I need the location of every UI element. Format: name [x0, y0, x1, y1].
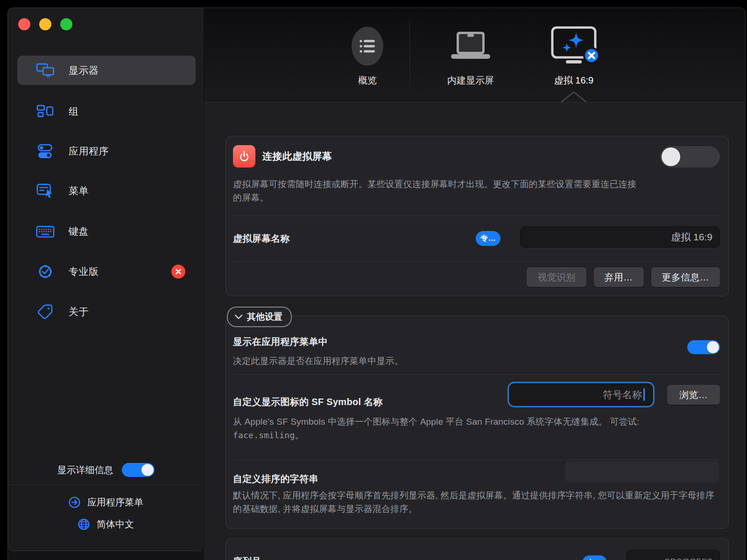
show-in-menu-toggle[interactable]	[687, 340, 720, 354]
close-button[interactable]	[18, 18, 30, 30]
sf-symbol-placeholder: 符号名称	[603, 388, 642, 401]
language-link-label: 简体中文	[97, 518, 134, 531]
other-settings-card: 其他设置 显示在应用程序菜单中 决定此显示器是否在应用程序菜单中显示。 自定义显…	[226, 315, 729, 529]
sf-symbol-description: 从 Apple's SF Symbols 中选择一个图标与整个 Apple 平台…	[233, 415, 679, 442]
sidebar: 显示器 组	[8, 8, 204, 551]
toolbar-item-builtin-display[interactable]: 内建显示屏	[419, 25, 522, 87]
language-link[interactable]: 简体中文	[8, 518, 204, 531]
sidebar-item-label: 应用程序	[69, 145, 109, 158]
sort-string-input[interactable]	[564, 461, 720, 482]
sidebar-item-label: 组	[69, 105, 79, 118]
divider	[233, 374, 721, 375]
show-in-menu-description: 决定此显示器是否在应用程序菜单中显示。	[233, 354, 700, 368]
sidebar-item-groups[interactable]: 组	[17, 97, 196, 126]
sidebar-item-label: 菜单	[69, 184, 89, 197]
divider	[233, 216, 721, 216]
displays-icon	[35, 62, 56, 79]
virtual-name-field[interactable]: 虚拟 16:9	[520, 226, 720, 248]
divider	[233, 261, 721, 262]
globe-icon	[78, 518, 90, 531]
sidebar-item-label: 显示器	[69, 64, 99, 77]
overview-list-icon	[352, 27, 383, 66]
divider	[233, 460, 721, 460]
sort-string-label: 自定义排序的字符串	[233, 473, 318, 485]
virtual-display-sparkles-icon	[549, 26, 599, 66]
details-toggle-row: 显示详细信息	[8, 463, 204, 477]
app-window: 显示器 组	[7, 7, 746, 560]
settings-content: 连接此虚拟屏幕 虚拟屏幕可按需随时连接或断开。某些设置仅连接屏幕时才出现。更改下…	[204, 103, 745, 560]
toolbar-item-label: 内建显示屏	[447, 74, 494, 87]
sidebar-item-menu[interactable]: 菜单	[17, 176, 196, 205]
sf-desc-suffix: 。	[295, 430, 303, 440]
serial-value: 9B3CC582	[664, 556, 712, 560]
visual-identify-button[interactable]: 视觉识别	[527, 267, 586, 287]
sf-symbol-label: 自定义显示图标的 SF Symbol 名称	[233, 396, 383, 408]
sf-desc-text: 从 Apple's SF Symbols 中选择一个图标与整个 Apple 平台…	[233, 417, 639, 427]
toolbar-item-virtual-169[interactable]: 虚拟 16:9	[522, 25, 625, 87]
other-settings-header: 其他设置	[247, 311, 282, 323]
deprecate-button[interactable]: 弃用…	[594, 267, 644, 287]
connect-card-description: 虚拟屏幕可按需随时连接或断开。某些设置仅连接屏幕时才出现。更改下面的某些设置需要…	[233, 177, 639, 204]
laptop-icon	[449, 31, 492, 62]
virtual-name-value: 虚拟 16:9	[671, 231, 712, 244]
sidebar-item-label: 键盘	[69, 225, 89, 238]
pro-feature-badge[interactable]: 专…	[476, 231, 500, 246]
app-toggles-icon	[35, 143, 56, 160]
app-menu-link-label: 应用程序菜单	[87, 496, 143, 509]
sidebar-item-about[interactable]: 关于	[17, 297, 196, 326]
serial-field[interactable]: 9B3CC582	[627, 550, 720, 560]
pro-feature-badge[interactable]: 专…	[582, 555, 607, 560]
app-menu-link[interactable]: 应用程序菜单	[8, 496, 204, 509]
traffic-lights	[18, 18, 72, 30]
browse-button[interactable]: 浏览…	[667, 385, 720, 405]
arrow-circle-icon	[68, 496, 81, 509]
sf-symbol-input[interactable]: 符号名称	[510, 384, 652, 405]
virtual-name-label: 虚拟屏幕名称	[233, 232, 290, 245]
details-toggle[interactable]	[122, 463, 155, 477]
sidebar-item-label: 关于	[69, 305, 89, 318]
pro-seal-icon	[35, 263, 56, 280]
sort-string-description: 默认情况下, 应用程序会按字母顺序首先排列显示器, 然后是虚拟屏幕。通过提供排序…	[233, 489, 719, 516]
sidebar-item-pro[interactable]: 专业版	[17, 257, 196, 286]
chevron-down-icon	[234, 314, 243, 320]
display-toolbar: 概览 内建显示屏	[204, 8, 745, 103]
connect-card-title: 连接此虚拟屏幕	[262, 145, 332, 168]
details-toggle-label: 显示详细信息	[57, 464, 113, 476]
connect-toggle[interactable]	[660, 146, 720, 168]
zoom-button[interactable]	[60, 18, 72, 30]
main-area: 概览 内建显示屏	[204, 8, 745, 560]
show-in-menu-label: 显示在应用程序菜单中	[233, 336, 328, 348]
pro-error-badge[interactable]	[171, 265, 185, 279]
power-icon	[233, 145, 255, 168]
sf-desc-code: face.smiling	[233, 430, 295, 440]
text-cursor	[643, 388, 645, 401]
other-settings-collapse[interactable]: 其他设置	[227, 307, 292, 327]
toolbar-divider	[409, 22, 410, 90]
more-info-button[interactable]: 更多信息…	[651, 267, 720, 287]
groups-icon	[35, 103, 56, 120]
menu-cursor-icon	[35, 182, 56, 199]
toolbar-item-overview[interactable]: 概览	[316, 25, 419, 87]
sidebar-item-displays[interactable]: 显示器	[17, 56, 196, 85]
serial-label: 序列号	[233, 555, 261, 560]
screen: 显示器 组	[0, 0, 747, 560]
connect-card: 连接此虚拟屏幕 虚拟屏幕可按需随时连接或断开。某些设置仅连接屏幕时才出现。更改下…	[226, 136, 729, 296]
sidebar-footer-divider	[8, 484, 204, 485]
sidebar-item-label: 专业版	[69, 265, 99, 278]
sidebar-item-keyboard[interactable]: 键盘	[17, 217, 196, 246]
keyboard-icon	[35, 223, 56, 240]
toolbar-item-label: 概览	[358, 74, 377, 87]
toolbar-item-label: 虚拟 16:9	[554, 74, 593, 87]
sidebar-item-applications[interactable]: 应用程序	[17, 136, 196, 166]
tag-icon	[35, 303, 56, 320]
minimize-button[interactable]	[39, 18, 51, 30]
serial-card: 序列号 专… 9B3CC582	[226, 538, 729, 560]
selected-tab-caret	[561, 91, 587, 103]
